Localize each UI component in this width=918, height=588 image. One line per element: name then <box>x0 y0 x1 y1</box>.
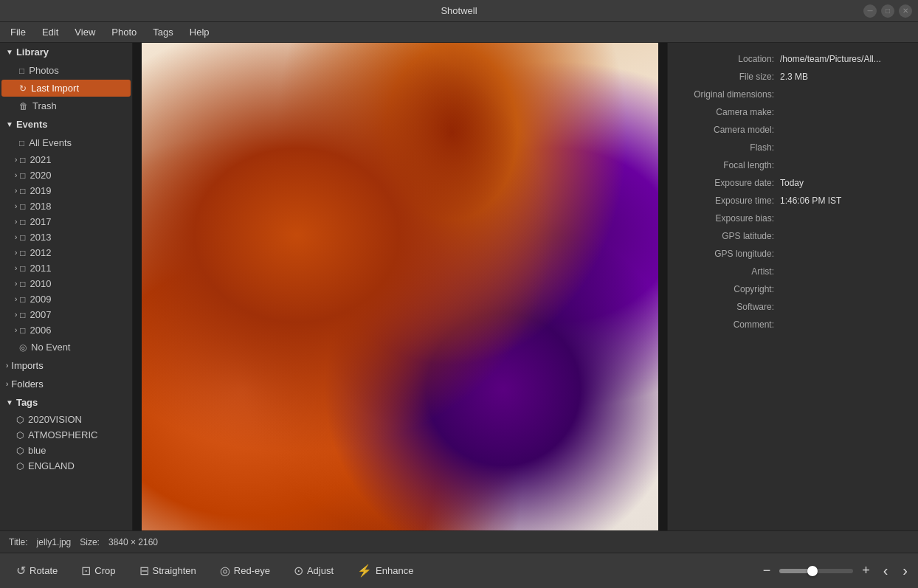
camera-model-value <box>780 123 909 136</box>
year-2013-label: 2013 <box>30 232 52 243</box>
menubar: File Edit View Photo Tags Help <box>0 22 918 43</box>
red-eye-button[interactable]: ◎ Red-eye <box>210 559 280 582</box>
year-2017[interactable]: › □ 2017 <box>0 214 132 229</box>
year-2010[interactable]: › □ 2010 <box>0 276 132 291</box>
year-2007[interactable]: › □ 2007 <box>0 307 132 322</box>
year-2011[interactable]: › □ 2011 <box>0 260 132 276</box>
size-label: Size: <box>80 537 100 547</box>
year-2009-label: 2009 <box>30 294 52 305</box>
menu-view[interactable]: View <box>67 25 103 39</box>
sidebar-item-no-event[interactable]: ◎ No Event <box>1 339 131 356</box>
enhance-icon: ⚡ <box>357 564 372 578</box>
nav-next-button[interactable]: › <box>898 561 912 581</box>
folder-icon-2009: □ <box>20 294 25 305</box>
tag-icon-blue: ⬡ <box>16 446 24 456</box>
camera-model-label: Camera model: <box>677 123 780 136</box>
menu-tags[interactable]: Tags <box>145 25 180 39</box>
info-row-exposure-bias: Exposure bias: <box>668 210 918 227</box>
no-event-icon: ◎ <box>19 342 27 353</box>
year-2018[interactable]: › □ 2018 <box>0 198 132 214</box>
folder-icon: □ <box>20 155 25 165</box>
year-2020[interactable]: › □ 2020 <box>0 167 132 183</box>
last-import-label: Last Import <box>31 83 79 94</box>
library-section[interactable]: ▼ Library <box>0 43 132 61</box>
year-2006[interactable]: › □ 2006 <box>0 322 132 338</box>
year-2021-label: 2021 <box>30 154 52 165</box>
year-2017-label: 2017 <box>30 216 52 227</box>
folders-section[interactable]: › Folders <box>0 375 132 393</box>
adjust-button[interactable]: ⊙ Adjust <box>283 559 344 582</box>
tags-section[interactable]: ▼ Tags <box>0 393 132 412</box>
nav-prev-button[interactable]: ‹ <box>879 561 893 581</box>
year-2009[interactable]: › □ 2009 <box>0 291 132 307</box>
menu-photo[interactable]: Photo <box>104 25 144 39</box>
enhance-label: Enhance <box>376 565 413 576</box>
exposure-time-label: Exposure time: <box>677 194 780 207</box>
menu-edit[interactable]: Edit <box>35 25 66 39</box>
no-event-label: No Event <box>31 342 70 353</box>
photo-area[interactable] <box>133 43 667 530</box>
year-2012[interactable]: › □ 2012 <box>0 245 132 260</box>
tag-icon-atmospheric: ⬡ <box>16 430 24 440</box>
tag-blue[interactable]: ⬡ blue <box>0 443 132 458</box>
info-row-software: Software: <box>668 298 918 316</box>
year-2017-arrow: › <box>15 218 17 226</box>
artist-value <box>780 265 909 278</box>
photos-icon: □ <box>19 66 24 76</box>
library-label: Library <box>16 46 49 58</box>
tag-atmospheric[interactable]: ⬡ ATMOSPHERIC <box>0 427 132 443</box>
imports-section[interactable]: › Imports <box>0 356 132 375</box>
year-2013-arrow: › <box>15 233 17 241</box>
zoom-out-button[interactable]: − <box>760 561 774 580</box>
photos-label: Photos <box>29 65 58 76</box>
close-button[interactable]: ✕ <box>899 4 912 18</box>
zoom-slider[interactable] <box>779 569 853 573</box>
all-events-label: All Events <box>29 137 72 148</box>
info-row-copyright: Copyright: <box>668 280 918 298</box>
year-2013[interactable]: › □ 2013 <box>0 229 132 245</box>
last-import-icon: ↻ <box>19 83 27 94</box>
red-eye-label: Red-eye <box>234 565 270 576</box>
exposure-date-value: Today <box>780 176 909 190</box>
imports-arrow: › <box>6 362 8 370</box>
year-2021[interactable]: › □ 2021 <box>0 152 132 167</box>
year-2019[interactable]: › □ 2019 <box>0 183 132 198</box>
exposure-bias-label: Exposure bias: <box>677 212 780 225</box>
comment-value <box>780 318 909 331</box>
focal-length-label: Focal length: <box>677 159 780 172</box>
folders-label: Folders <box>11 378 43 390</box>
exposure-time-value: 1:46:06 PM IST <box>780 194 909 207</box>
folder-icon-2006: □ <box>20 325 25 336</box>
sidebar-item-photos[interactable]: □ Photos <box>1 62 131 79</box>
straighten-button[interactable]: ⊟ Straighten <box>129 559 207 582</box>
sidebar-item-trash[interactable]: 🗑 Trash <box>1 97 131 114</box>
sidebar-item-all-events[interactable]: □ All Events <box>1 134 131 151</box>
adjust-label: Adjust <box>307 565 334 576</box>
maximize-button[interactable]: □ <box>881 4 894 18</box>
folder-icon-2011: □ <box>20 263 25 274</box>
crop-button[interactable]: ⊡ Crop <box>71 559 125 582</box>
info-row-filesize: File size: 2.3 MB <box>668 68 918 86</box>
crop-icon: ⊡ <box>81 564 91 578</box>
tag-2020vision[interactable]: ⬡ 2020VISION <box>0 412 132 427</box>
tag-2020vision-label: 2020VISION <box>28 414 82 425</box>
info-row-focal-length: Focal length: <box>668 156 918 174</box>
minimize-button[interactable]: ─ <box>863 4 877 18</box>
tag-england[interactable]: ⬡ ENGLAND <box>0 458 132 474</box>
menu-help[interactable]: Help <box>182 25 217 39</box>
events-section[interactable]: ▼ Events <box>0 115 132 134</box>
copyright-value <box>780 283 909 296</box>
year-2020-label: 2020 <box>30 170 52 181</box>
year-2018-arrow: › <box>15 202 17 210</box>
info-row-artist: Artist: <box>668 263 918 280</box>
sidebar-item-last-import[interactable]: ↻ Last Import <box>1 80 131 97</box>
folder-icon-2018: □ <box>20 201 25 212</box>
zoom-in-button[interactable]: + <box>859 561 873 580</box>
straighten-label: Straighten <box>153 565 196 576</box>
menu-file[interactable]: File <box>3 25 33 39</box>
camera-make-value <box>780 106 909 119</box>
year-2010-label: 2010 <box>30 278 52 289</box>
rotate-button[interactable]: ↺ Rotate <box>6 559 68 582</box>
enhance-button[interactable]: ⚡ Enhance <box>347 559 424 582</box>
info-row-orig-dims: Original dimensions: <box>668 86 918 103</box>
